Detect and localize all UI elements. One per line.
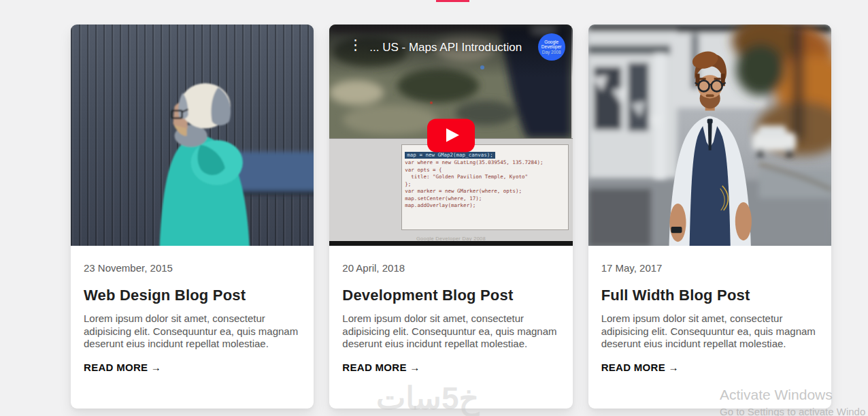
video-menu-icon[interactable]: ⋮	[348, 36, 363, 54]
post-thumbnail-photo[interactable]	[588, 25, 831, 246]
post-date: 17 May, 2017	[601, 262, 818, 274]
section-title-underline	[436, 0, 469, 2]
read-more-link[interactable]: READ MORE →	[84, 362, 161, 373]
read-more-link[interactable]: READ MORE →	[342, 362, 420, 373]
post-date: 20 April, 2018	[342, 262, 559, 274]
youtube-video-embed[interactable]: map = new GMap2(map_canvas); var where =…	[329, 25, 572, 246]
activate-windows-watermark: Activate Windows Go to Settings to activ…	[720, 387, 865, 416]
post-body: 23 November, 2015 Web Design Blog Post L…	[71, 246, 314, 374]
post-title: Web Design Blog Post	[84, 287, 301, 304]
avatar-text: Day 2008	[542, 50, 561, 55]
code-line: var marker = new GMarker(where, opts);	[405, 188, 565, 195]
code-slide: map = new GMap2(map_canvas); var where =…	[401, 144, 569, 230]
code-line: };	[405, 181, 565, 189]
blog-card-full-width: 17 May, 2017 Full Width Blog Post Lorem …	[588, 25, 831, 409]
read-more-link[interactable]: READ MORE →	[601, 362, 679, 373]
activate-windows-title: Activate Windows	[720, 387, 865, 403]
code-line: map.addOverlay(marker);	[405, 202, 565, 210]
post-title: Development Blog Post	[342, 287, 559, 304]
post-date: 23 November, 2015	[84, 262, 301, 274]
avatar-text: Developer	[541, 44, 562, 50]
video-slide-area: map = new GMap2(map_canvas); var where =…	[329, 138, 572, 246]
khamsat-watermark: خ5سات	[376, 380, 479, 416]
woman-photo-illustration	[71, 25, 314, 246]
code-line: var where = new GLatLng(35.039545, 135.7…	[405, 159, 565, 167]
video-bottom-bar	[329, 241, 572, 246]
activate-windows-subtitle: Go to Settings to activate Windo	[720, 406, 865, 416]
code-line: title: "Golden Pavilion Temple, Kyoto"	[405, 174, 565, 181]
code-highlighted-line: map = new GMap2(map_canvas);	[405, 152, 495, 159]
blog-cards-row: 23 November, 2015 Web Design Blog Post L…	[71, 25, 831, 409]
post-excerpt: Lorem ipsum dolor sit amet, consectetur …	[84, 313, 301, 351]
man-photo-illustration	[588, 25, 831, 246]
blog-card-development: map = new GMap2(map_canvas); var where =…	[329, 25, 572, 409]
post-body: 20 April, 2018 Development Blog Post Lor…	[329, 246, 572, 374]
post-excerpt: Lorem ipsum dolor sit amet, consectetur …	[342, 313, 559, 351]
post-excerpt: Lorem ipsum dolor sit amet, consectetur …	[601, 313, 818, 351]
channel-avatar[interactable]: Google Developer Day 2008	[538, 33, 565, 61]
post-title: Full Width Blog Post	[601, 287, 818, 304]
blog-card-web-design: 23 November, 2015 Web Design Blog Post L…	[71, 25, 314, 409]
code-line: var opts = {	[405, 167, 565, 174]
play-button[interactable]	[427, 119, 475, 153]
video-title[interactable]: ... US - Maps API Introduction	[369, 41, 522, 54]
play-icon	[446, 129, 459, 142]
post-body: 17 May, 2017 Full Width Blog Post Lorem …	[588, 246, 831, 374]
avatar-text: Google	[544, 39, 558, 45]
post-thumbnail-photo[interactable]	[71, 25, 314, 246]
code-line: map.setCenter(where, 17);	[405, 195, 565, 203]
